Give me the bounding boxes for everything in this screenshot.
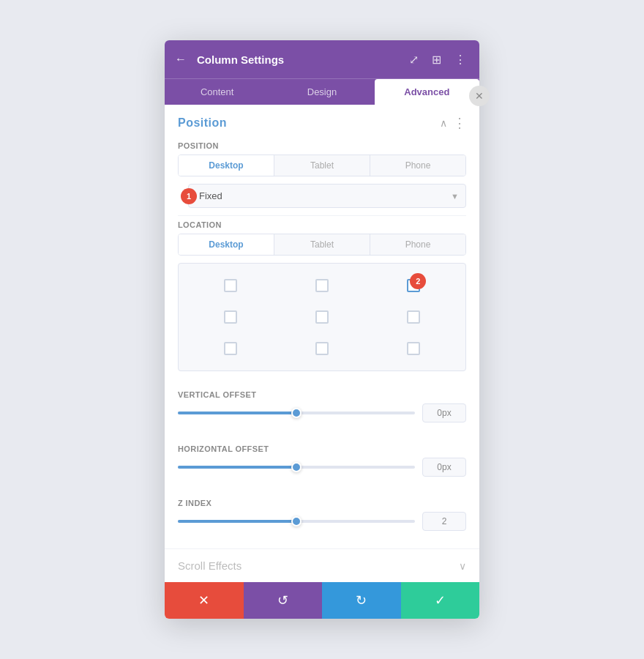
position-device-tab-phone[interactable]: Phone: [370, 155, 465, 176]
panel-title: Column Settings: [197, 53, 399, 66]
grid-dot-0-0[interactable]: [186, 271, 274, 299]
z-index-value[interactable]: 2: [422, 512, 466, 531]
outer-close-icon: ✕: [475, 90, 484, 102]
location-badge: 2: [410, 273, 426, 289]
horizontal-offset-label: Horizontal Offset: [178, 444, 466, 453]
position-device-tab-tablet[interactable]: Tablet: [274, 155, 370, 176]
position-select-wrapper: 1 Fixed Default Absolute Relative ▼: [188, 184, 466, 208]
undo-icon: ↺: [277, 592, 288, 608]
grid-dot-1-1[interactable]: [277, 302, 366, 331]
z-index-group: Z Index 2: [165, 494, 479, 548]
section-controls: ∧ ⋮: [440, 115, 466, 131]
location-device-tab-phone[interactable]: Phone: [370, 234, 465, 255]
location-grid: 2: [179, 264, 465, 371]
back-arrow-icon[interactable]: ←: [175, 53, 187, 66]
column-settings-panel: ← Column Settings ⤢ ⊞ ⋮ Content Design A…: [165, 40, 479, 619]
cancel-icon: ✕: [198, 592, 209, 608]
grid-dot-1-0[interactable]: [186, 302, 274, 331]
horizontal-offset-value[interactable]: 0px: [422, 458, 466, 477]
section-more-button[interactable]: ⋮: [453, 115, 466, 131]
location-device-tab-desktop[interactable]: Desktop: [179, 234, 274, 255]
grid-dot-2-1[interactable]: [277, 335, 366, 363]
vertical-offset-slider[interactable]: [178, 412, 415, 414]
tab-design[interactable]: Design: [269, 79, 374, 105]
vertical-offset-slider-row: 0px: [178, 403, 466, 422]
cancel-button[interactable]: ✕: [165, 582, 244, 619]
scroll-effects-chevron-icon: ∨: [459, 560, 466, 572]
location-field-group: Location Desktop Tablet Phone: [165, 216, 479, 386]
tab-content[interactable]: Content: [165, 79, 269, 105]
grid-dot-2-0[interactable]: [186, 335, 274, 363]
location-device-tabs: Desktop Tablet Phone: [178, 234, 466, 256]
position-field-group: Position Desktop Tablet Phone 1 Fixed De…: [165, 137, 479, 215]
save-button[interactable]: ✓: [401, 582, 480, 619]
vertical-offset-label: Vertical Offset: [178, 390, 466, 399]
layout-icon[interactable]: ⊞: [429, 50, 444, 70]
position-badge: 1: [181, 188, 197, 204]
location-device-tab-tablet[interactable]: Tablet: [274, 234, 370, 255]
position-section-header: Position ∧ ⋮: [165, 105, 479, 137]
vertical-offset-value[interactable]: 0px: [422, 403, 466, 422]
panel-body: Position ∧ ⋮ Position Desktop Tablet Pho…: [165, 105, 479, 582]
z-index-label: Z Index: [178, 499, 466, 507]
grid-dot-0-2[interactable]: 2: [370, 271, 458, 299]
grid-dot-1-2[interactable]: [370, 302, 458, 331]
position-select[interactable]: Fixed Default Absolute Relative: [188, 184, 466, 208]
z-index-slider[interactable]: [178, 520, 415, 523]
position-device-tab-desktop[interactable]: Desktop: [179, 155, 274, 176]
grid-dot-0-1[interactable]: [277, 271, 366, 299]
tab-advanced[interactable]: Advanced: [375, 79, 479, 105]
vertical-offset-group: Vertical Offset 0px: [165, 386, 479, 440]
outer-close-button[interactable]: ✕: [469, 86, 490, 106]
panel-header: ← Column Settings ⤢ ⊞ ⋮: [165, 40, 479, 78]
horizontal-offset-slider-row: 0px: [178, 458, 466, 477]
save-icon: ✓: [435, 592, 446, 608]
fullscreen-icon[interactable]: ⤢: [406, 50, 422, 70]
redo-button[interactable]: ↻: [322, 582, 401, 619]
location-grid-wrapper: 2: [178, 263, 466, 371]
horizontal-offset-group: Horizontal Offset 0px: [165, 440, 479, 494]
undo-button[interactable]: ↺: [244, 582, 323, 619]
redo-icon: ↻: [356, 592, 367, 608]
position-label: Position: [178, 141, 466, 150]
panel-tabs: Content Design Advanced: [165, 78, 479, 105]
z-index-slider-row: 2: [178, 512, 466, 531]
grid-dot-2-2[interactable]: [370, 335, 458, 363]
horizontal-offset-slider[interactable]: [178, 466, 415, 469]
scroll-effects-title: Scroll Effects: [178, 559, 242, 572]
collapse-button[interactable]: ∧: [440, 117, 447, 129]
position-section-title: Position: [178, 116, 227, 130]
position-device-tabs: Desktop Tablet Phone: [178, 154, 466, 176]
more-options-icon[interactable]: ⋮: [452, 50, 469, 70]
scroll-effects-section[interactable]: Scroll Effects ∨: [165, 548, 479, 582]
location-label: Location: [178, 220, 466, 229]
panel-footer: ✕ ↺ ↻ ✓: [165, 582, 479, 619]
